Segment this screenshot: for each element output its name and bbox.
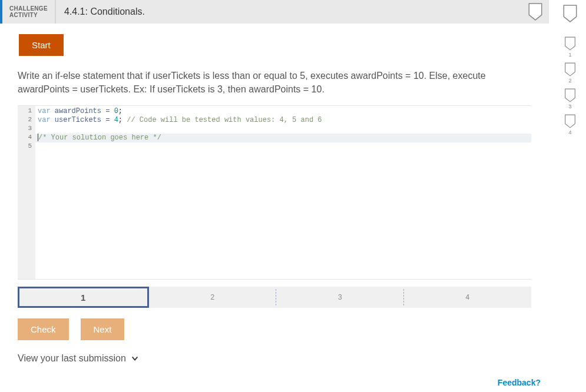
progress-shield-1: 1 — [564, 36, 576, 58]
step-tracker: 1234 — [18, 287, 531, 308]
code-line[interactable]: /* Your solution goes here */ — [35, 134, 531, 142]
header-tag-line2: ACTIVITY — [9, 12, 48, 18]
view-last-submission-toggle[interactable]: View your last submission — [12, 353, 537, 364]
gutter-line: 1 — [18, 107, 32, 116]
view-last-submission-label: View your last submission — [18, 353, 126, 364]
next-button[interactable]: Next — [81, 318, 125, 340]
prompt-text: Write an if-else statement that if userT… — [12, 69, 537, 96]
shield-number: 2 — [568, 78, 571, 84]
shield-icon — [564, 114, 576, 128]
editor-code-area[interactable]: var awardPoints = 0;var userTickets = 4;… — [35, 106, 531, 279]
code-line[interactable] — [38, 142, 529, 151]
code-line[interactable]: var userTickets = 4; // Code will be tes… — [38, 116, 529, 125]
step-3[interactable]: 3 — [276, 287, 404, 308]
header-tag-line1: CHALLENGE — [9, 5, 48, 12]
gutter-line: 2 — [18, 116, 32, 125]
code-line[interactable] — [38, 125, 529, 134]
step-4[interactable]: 4 — [404, 287, 532, 308]
progress-shield-4: 4 — [564, 114, 576, 135]
step-1[interactable]: 1 — [18, 287, 149, 308]
header-tag: CHALLENGE ACTIVITY — [2, 0, 56, 24]
code-editor[interactable]: 12345 var awardPoints = 0;var userTicket… — [18, 105, 531, 280]
shield-number: 3 — [568, 104, 571, 109]
progress-shield-main — [562, 5, 578, 22]
code-line[interactable]: var awardPoints = 0; — [38, 107, 529, 116]
chevron-down-icon — [131, 354, 139, 363]
start-button[interactable]: Start — [19, 34, 64, 56]
gutter-line: 5 — [18, 142, 32, 151]
shield-icon — [564, 36, 576, 51]
shield-icon — [564, 62, 576, 77]
progress-shield-2: 2 — [564, 62, 576, 84]
shield-number: 1 — [568, 52, 571, 58]
check-button[interactable]: Check — [18, 318, 69, 340]
activity-header: CHALLENGE ACTIVITY 4.4.1: Conditionals. — [0, 0, 549, 24]
activity-title: 4.4.1: Conditionals. — [56, 0, 153, 24]
step-2[interactable]: 2 — [149, 287, 277, 308]
progress-shield-3: 3 — [564, 88, 576, 109]
header-shield-icon — [528, 0, 549, 24]
shield-icon — [564, 88, 576, 102]
gutter-line: 4 — [18, 134, 32, 142]
feedback-link[interactable]: Feedback? — [498, 378, 541, 387]
gutter-line: 3 — [18, 125, 32, 134]
editor-gutter: 12345 — [18, 106, 35, 279]
shield-number: 4 — [568, 129, 571, 135]
progress-shields: 1234 — [558, 5, 582, 140]
